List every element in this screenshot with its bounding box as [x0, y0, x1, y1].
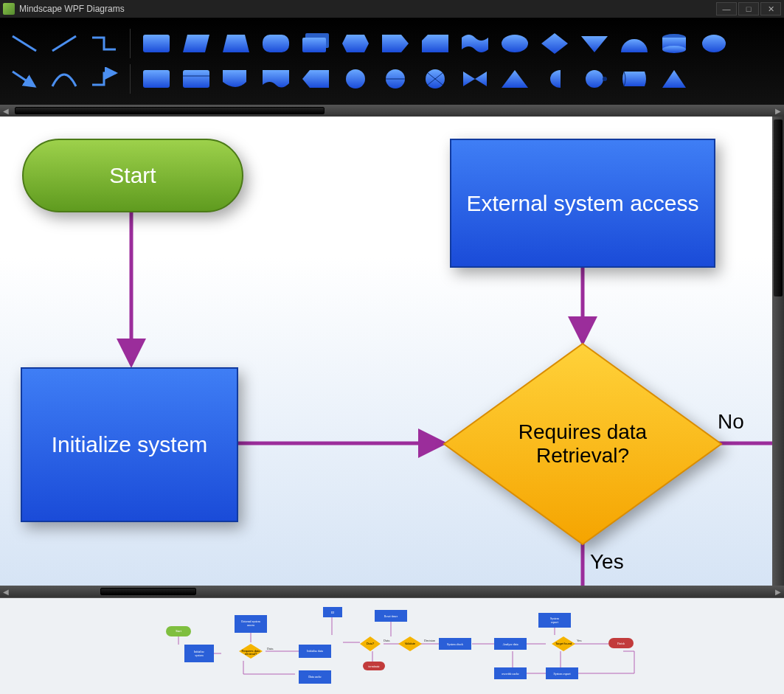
shape-stacked-icon[interactable]: [299, 29, 333, 58]
svg-text:Finish: Finish: [617, 642, 625, 645]
canvas-horizontal-scrollbar[interactable]: ◀ ▶: [0, 586, 784, 597]
shape-ellipse2-icon[interactable]: [697, 29, 731, 58]
close-button[interactable]: ✕: [760, 2, 781, 15]
shape-triangle-up2-icon[interactable]: [657, 64, 691, 94]
svg-rect-3: [263, 35, 289, 52]
svg-point-10: [702, 35, 726, 52]
svg-text:Yes: Yes: [577, 639, 582, 642]
shape-circle-x-icon[interactable]: [418, 64, 452, 94]
svg-point-15: [346, 69, 365, 89]
scroll-right-icon[interactable]: ▶: [772, 586, 784, 597]
shape-triangle-down-icon[interactable]: [577, 29, 611, 58]
flowchart-node-start[interactable]: Start: [22, 139, 243, 212]
flowchart-node-external-access[interactable]: External system access: [450, 139, 715, 268]
svg-point-9: [662, 46, 686, 53]
shape-circle-icon[interactable]: [339, 64, 372, 94]
maximize-button[interactable]: □: [738, 2, 759, 15]
shape-diamond-icon[interactable]: [538, 29, 572, 58]
window-title: Mindscape WPF Diagrams: [19, 4, 715, 14]
svg-text:System export: System export: [554, 672, 572, 676]
overview-panel[interactable]: Start Initializesystem External systemac…: [0, 597, 784, 694]
shape-roundrect-icon[interactable]: [259, 29, 293, 58]
svg-text:retrieval?: retrieval?: [245, 652, 257, 656]
svg-text:System check: System check: [447, 642, 463, 646]
svg-text:report: report: [551, 620, 558, 624]
shape-chord-icon[interactable]: [617, 29, 651, 58]
shape-card-icon[interactable]: [418, 29, 452, 58]
connector-arc-icon[interactable]: [47, 64, 81, 94]
svg-rect-5: [302, 38, 326, 52]
toolbar-scrollbar[interactable]: ◀ ▶: [0, 105, 784, 117]
shape-wave-icon[interactable]: [458, 29, 492, 58]
svg-text:Data: Data: [384, 639, 390, 642]
svg-line-11: [13, 72, 35, 86]
svg-line-0: [13, 36, 36, 51]
svg-text:Analyze data: Analyze data: [503, 642, 518, 646]
svg-text:system: system: [195, 653, 204, 657]
shape-ellipse-icon[interactable]: [498, 29, 532, 58]
svg-line-1: [52, 36, 76, 51]
connector-line-down-icon[interactable]: [7, 29, 41, 58]
svg-point-22: [603, 77, 607, 81]
svg-text:Data?: Data?: [367, 642, 375, 645]
node-label: Requires data Retrieval?: [443, 342, 723, 546]
diagram-canvas[interactable]: Start External system access Initialize …: [0, 117, 772, 586]
svg-text:Decision: Decision: [424, 639, 435, 642]
shape-trapezoid-icon[interactable]: [219, 29, 253, 58]
svg-text:Target found: Target found: [555, 642, 572, 645]
scroll-right-icon[interactable]: ▶: [772, 105, 784, 117]
svg-text:Initialize data: Initialize data: [307, 649, 323, 653]
canvas-vertical-scrollbar[interactable]: [772, 117, 784, 586]
connector-line-up-icon[interactable]: [47, 29, 81, 58]
svg-text:Data cache: Data cache: [308, 675, 322, 679]
flowchart-node-decision[interactable]: Requires data Retrieval?: [443, 342, 723, 546]
shape-rect2-icon[interactable]: [139, 64, 173, 94]
connector-step2-icon[interactable]: [87, 64, 121, 94]
svg-text:Validate: Validate: [405, 642, 416, 645]
flowchart-node-initialize[interactable]: Initialize system: [21, 367, 238, 522]
svg-rect-13: [183, 70, 209, 88]
connector-arrow-down-icon[interactable]: [7, 64, 41, 94]
edge-label-yes: Yes: [590, 550, 624, 574]
minimize-button[interactable]: —: [716, 2, 737, 15]
svg-text:Start: Start: [176, 629, 181, 633]
shape-circle-h-icon[interactable]: [378, 64, 412, 94]
shape-doc-icon[interactable]: [259, 64, 293, 94]
svg-text:Data: Data: [267, 647, 274, 650]
window-titlebar: Mindscape WPF Diagrams — □ ✕: [0, 0, 784, 18]
app-logo-icon: [3, 3, 15, 15]
shape-rect-icon[interactable]: [139, 29, 173, 58]
toolbar-divider: [130, 29, 131, 58]
shape-connector-circle-icon[interactable]: [577, 64, 611, 94]
shape-pentagon-left-icon[interactable]: [299, 64, 333, 94]
shape-display-icon[interactable]: [219, 64, 253, 94]
shape-triangle-up-icon[interactable]: [498, 64, 532, 94]
edge-label-no: No: [718, 410, 744, 434]
svg-rect-2: [143, 35, 170, 52]
node-label: External system access: [451, 191, 713, 216]
shape-cylinder-icon[interactable]: [657, 29, 691, 58]
svg-text:override cache: override cache: [502, 672, 519, 676]
node-label: Start: [109, 163, 156, 188]
scroll-left-icon[interactable]: ◀: [0, 105, 12, 117]
shape-toolbar: [0, 18, 784, 105]
shape-pentagon-right-icon[interactable]: [378, 29, 412, 58]
svg-rect-12: [143, 70, 170, 88]
shape-bowtie-icon[interactable]: [458, 64, 492, 94]
shape-cylinder2-icon[interactable]: [617, 64, 651, 94]
shape-hstripe-icon[interactable]: [179, 64, 213, 94]
connector-step-icon[interactable]: [87, 29, 121, 58]
shape-parallelogram-icon[interactable]: [179, 29, 213, 58]
shape-halfcircle-left-icon[interactable]: [538, 64, 572, 94]
svg-text:ID: ID: [331, 611, 334, 614]
svg-point-6: [502, 35, 528, 52]
toolbar-divider: [130, 64, 131, 94]
node-label: Initialize system: [30, 432, 230, 457]
svg-text:access: access: [247, 623, 255, 627]
scroll-left-icon[interactable]: ◀: [0, 586, 12, 597]
svg-point-21: [586, 70, 603, 88]
svg-text:Reset timer: Reset timer: [384, 614, 398, 618]
svg-text:terminate: terminate: [368, 664, 379, 668]
shape-hexagon-icon[interactable]: [339, 29, 372, 58]
